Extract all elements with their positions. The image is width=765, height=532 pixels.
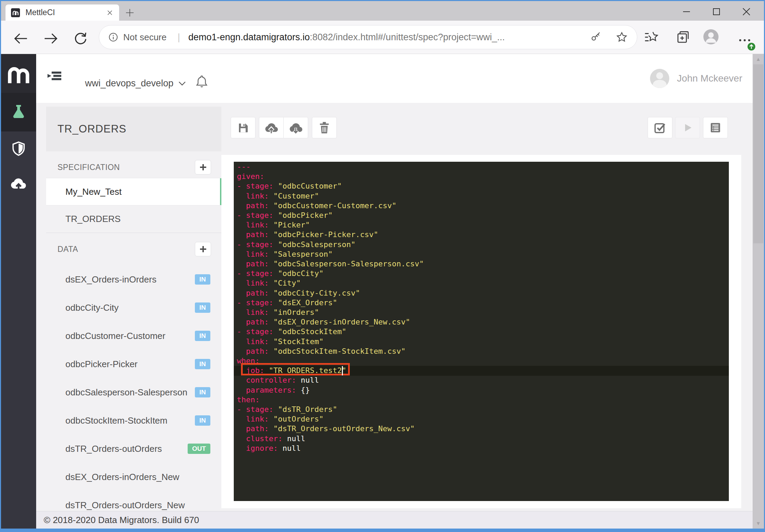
data-item[interactable]: odbcPicker-PickerIN (46, 350, 222, 378)
code-line[interactable]: link: "outOrders" (237, 414, 424, 424)
scrollbar-thumb[interactable] (753, 64, 763, 243)
validate-button[interactable] (648, 117, 672, 138)
delete-button[interactable] (312, 117, 337, 138)
code-line[interactable]: link: "Salesperson" (237, 249, 424, 259)
notifications-bell-icon[interactable] (195, 75, 208, 88)
code-line[interactable]: - stage: "odbcStockItem" (237, 327, 424, 337)
address-bar[interactable]: Not secure | demo1-engn.datamigrators.io… (99, 25, 637, 49)
spec-item[interactable]: My_New_Test (46, 178, 222, 205)
report-button[interactable] (703, 117, 728, 138)
play-icon (682, 122, 693, 134)
tab-close-icon[interactable] (106, 9, 114, 17)
data-item[interactable]: dsEX_Orders-inOrders_New (46, 463, 222, 491)
shield-icon (12, 141, 25, 156)
code-line[interactable]: link: "Picker" (237, 220, 424, 230)
data-item-label: odbcSalesperson-Salesperson (65, 387, 195, 398)
code-line[interactable]: - stage: "odbcSalesperson" (237, 240, 424, 249)
direction-badge: OUT (188, 444, 210, 454)
data-item[interactable]: dsTR_Orders-outOrdersOUT (46, 435, 222, 463)
code-line[interactable]: link: "City" (237, 278, 424, 288)
sidebar-compliance-item[interactable] (1, 138, 36, 159)
window-maximize-button[interactable] (701, 4, 731, 20)
code-line[interactable]: link: "inOrders" (237, 308, 424, 317)
specification-section-header: SPECIFICATION (46, 157, 222, 178)
upload-button[interactable] (259, 117, 284, 138)
direction-badge: IN (195, 302, 210, 313)
code-line[interactable]: path: "odbcCustomer-Customer.csv" (237, 201, 424, 211)
data-item[interactable]: odbcStockItem-StockItemIN (46, 406, 222, 435)
yaml-editor[interactable]: ---given:- stage: "odbcCustomer" link: "… (234, 162, 729, 501)
collections-icon[interactable] (676, 30, 690, 44)
window-minimize-button[interactable] (671, 4, 701, 20)
code-line[interactable]: path: "odbcSalesperson-Salesperson.csv" (237, 259, 424, 269)
favorite-star-icon[interactable] (616, 31, 628, 43)
window-close-button[interactable] (731, 4, 761, 20)
save-button[interactable] (231, 117, 255, 138)
data-item-label: odbcPicker-Picker (65, 359, 195, 370)
new-tab-button[interactable] (122, 4, 137, 21)
annotation-highlight-box (241, 363, 350, 375)
code-line[interactable]: - stage: "odbcPicker" (237, 211, 424, 220)
download-button[interactable] (283, 117, 308, 138)
password-key-icon[interactable] (590, 31, 602, 43)
app-header: wwi_devops_develop John Mckeever (36, 54, 753, 103)
code-line[interactable]: link: "Customer" (237, 191, 424, 201)
data-item[interactable]: dsEX_Orders-inOrdersIN (46, 265, 222, 294)
code-line[interactable]: --- (237, 162, 424, 172)
data-item-label: dsEX_Orders-inOrders_New (65, 472, 222, 482)
sidebar-toggle-icon[interactable] (47, 71, 62, 81)
code-line[interactable]: - stage: "dsTR_Orders" (237, 405, 424, 414)
run-button[interactable] (675, 117, 700, 138)
scroll-down-arrow[interactable]: ▼ (753, 518, 764, 529)
forward-button[interactable] (43, 31, 59, 46)
code-line[interactable]: controller: null (237, 375, 424, 385)
data-list: dsEX_Orders-inOrdersINodbcCity-CityINodb… (46, 265, 222, 519)
browser-profile-avatar[interactable] (703, 29, 719, 45)
data-item-label: dsEX_Orders-inOrders (65, 274, 195, 285)
code-line[interactable]: - stage: "odbcCity" (237, 269, 424, 278)
code-line[interactable]: then: (237, 395, 424, 405)
refresh-button[interactable] (73, 31, 88, 46)
user-avatar[interactable] (650, 69, 669, 88)
sidebar-tests-item[interactable] (1, 93, 36, 131)
code-line[interactable]: path: "odbcPicker-Picker.csv" (237, 230, 424, 240)
app-footer: © 2018-2020 Data Migrators. Build 670 (36, 511, 753, 529)
data-item[interactable]: odbcCity-CityIN (46, 294, 222, 322)
add-specification-button[interactable] (195, 160, 211, 174)
code-line[interactable]: given: (237, 172, 424, 181)
scroll-up-arrow[interactable]: ▲ (753, 54, 764, 64)
specification-list: My_New_TestTR_ORDERS (46, 178, 222, 233)
trash-icon (318, 121, 330, 134)
data-item[interactable]: odbcCustomer-CustomerIN (46, 322, 222, 350)
project-selector[interactable]: wwi_devops_develop (85, 59, 186, 108)
add-data-button[interactable] (195, 242, 211, 256)
code-line[interactable]: path: "odbcCity-City.csv" (237, 288, 424, 298)
code-line[interactable]: path: "dsTR_Orders-outOrders_New.csv" (237, 424, 424, 434)
code-line[interactable]: cluster: null (237, 434, 424, 444)
project-name: wwi_devops_develop (85, 78, 174, 89)
sync-update-badge[interactable] (747, 42, 756, 51)
back-button[interactable] (13, 31, 28, 46)
code-line[interactable]: path: "dsEX_Orders-inOrders_New.csv" (237, 317, 424, 327)
code-line[interactable]: path: "odbcStockItem-StockItem.csv" (237, 347, 424, 356)
data-item[interactable]: odbcSalesperson-SalespersonIN (46, 378, 222, 406)
code-line[interactable]: - stage: "dsEX_Orders" (237, 298, 424, 308)
yaml-code[interactable]: ---given:- stage: "odbcCustomer" link: "… (237, 162, 424, 453)
mettleci-logo[interactable] (1, 54, 36, 93)
code-line[interactable]: ignore: null (237, 444, 424, 453)
direction-badge: IN (195, 387, 210, 397)
tab-title: MettleCI (25, 8, 106, 17)
url-text[interactable]: demo1-engn.datamigrators.io:8082/index.h… (188, 32, 590, 43)
spec-item[interactable]: TR_ORDERS (46, 205, 222, 233)
code-line[interactable]: - stage: "odbcCustomer" (237, 181, 424, 191)
browser-tab[interactable]: MettleCI (6, 4, 119, 21)
code-line[interactable]: parameters: {} (237, 385, 424, 395)
test-title-box: TR_ORDERS (46, 107, 221, 151)
mettleci-favicon (11, 8, 20, 17)
browser-scrollbar[interactable]: ▲ ▼ (753, 54, 764, 529)
security-label: Not secure (123, 32, 167, 43)
report-list-icon (709, 121, 722, 134)
favorites-bar-icon[interactable] (644, 30, 658, 44)
sidebar-deploy-item[interactable] (1, 173, 36, 194)
code-line[interactable]: link: "StockItem" (237, 337, 424, 347)
